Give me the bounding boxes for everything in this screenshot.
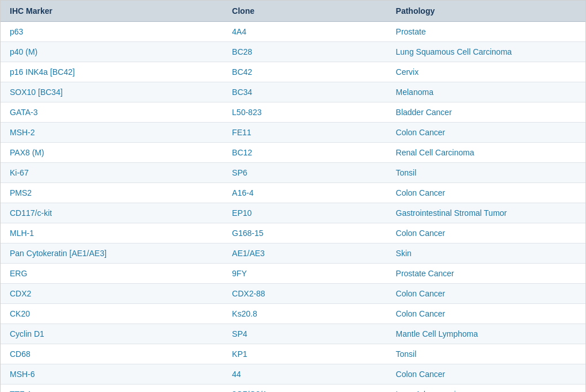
cell-clone: EP10 [223, 203, 386, 223]
cell-pathology: Lung Adenocarcinoma [387, 385, 585, 393]
cell-marker: PAX8 (M) [1, 143, 223, 163]
table-row: ERG9FYProstate Cancer [1, 264, 585, 284]
table-row: Cyclin D1SP4Mantle Cell Lymphoma [1, 324, 585, 344]
table-row: PAX8 (M)BC12Renal Cell Carcinoma [1, 143, 585, 163]
cell-marker: PMS2 [1, 183, 223, 203]
cell-clone: 9FY [223, 264, 386, 284]
header-marker: IHC Marker [1, 1, 223, 22]
header-clone: Clone [223, 1, 386, 22]
cell-pathology: Lung Squamous Cell Carcinoma [387, 42, 585, 62]
table-row: SOX10 [BC34]BC34Melanoma [1, 82, 585, 102]
cell-pathology: Colon Cancer [387, 304, 585, 324]
cell-clone: L50-823 [223, 102, 386, 123]
cell-clone: Ks20.8 [223, 304, 386, 324]
cell-marker: MSH-2 [1, 123, 223, 143]
cell-pathology: Bladder Cancer [387, 102, 585, 123]
cell-pathology: Gastrointestinal Stromal Tumor [387, 203, 585, 223]
table-row: GATA-3L50-823Bladder Cancer [1, 102, 585, 123]
cell-pathology: Mantle Cell Lymphoma [387, 324, 585, 344]
cell-pathology: Skin [387, 243, 585, 264]
cell-pathology: Prostate Cancer [387, 264, 585, 284]
cell-marker: p40 (M) [1, 42, 223, 62]
cell-clone: BC12 [223, 143, 386, 163]
cell-pathology: Tonsil [387, 344, 585, 364]
cell-clone: AE1/AE3 [223, 243, 386, 264]
header-pathology: Pathology [387, 1, 585, 22]
table-row: PMS2A16-4Colon Cancer [1, 183, 585, 203]
cell-pathology: Tonsil [387, 163, 585, 183]
table-row: MLH-1G168-15Colon Cancer [1, 223, 585, 243]
table-row: CK20Ks20.8Colon Cancer [1, 304, 585, 324]
table-row: Pan Cytokeratin [AE1/AE3]AE1/AE3Skin [1, 243, 585, 264]
cell-marker: CD117/c-kit [1, 203, 223, 223]
cell-marker: Ki-67 [1, 163, 223, 183]
table-row: p634A4Prostate [1, 22, 585, 42]
table-row: MSH-644Colon Cancer [1, 364, 585, 385]
cell-marker: CDX2 [1, 284, 223, 304]
cell-marker: p16 INK4a [BC42] [1, 62, 223, 82]
table-row: CDX2CDX2-88Colon Cancer [1, 284, 585, 304]
cell-clone: BC34 [223, 82, 386, 102]
cell-pathology: Colon Cancer [387, 364, 585, 385]
table-row: p40 (M)BC28Lung Squamous Cell Carcinoma [1, 42, 585, 62]
cell-pathology: Colon Cancer [387, 123, 585, 143]
cell-clone: CDX2-88 [223, 284, 386, 304]
cell-clone: BC28 [223, 42, 386, 62]
cell-marker: Cyclin D1 [1, 324, 223, 344]
cell-clone: FE11 [223, 123, 386, 143]
cell-marker: GATA-3 [1, 102, 223, 123]
cell-clone: SP4 [223, 324, 386, 344]
table-header-row: IHC Marker Clone Pathology [1, 1, 585, 22]
table-row: Ki-67SP6Tonsil [1, 163, 585, 183]
table-row: CD117/c-kitEP10Gastrointestinal Stromal … [1, 203, 585, 223]
cell-pathology: Melanoma [387, 82, 585, 102]
cell-pathology: Colon Cancer [387, 183, 585, 203]
cell-marker: MSH-6 [1, 364, 223, 385]
cell-marker: Pan Cytokeratin [AE1/AE3] [1, 243, 223, 264]
cell-clone: 8G7/G3/1 [223, 385, 386, 393]
cell-marker: ERG [1, 264, 223, 284]
cell-marker: CD68 [1, 344, 223, 364]
cell-pathology: Colon Cancer [387, 284, 585, 304]
table-row: p16 INK4a [BC42]BC42Cervix [1, 62, 585, 82]
cell-clone: G168-15 [223, 223, 386, 243]
cell-clone: 4A4 [223, 22, 386, 42]
table-row: CD68KP1Tonsil [1, 344, 585, 364]
table-row: TTF-18G7/G3/1Lung Adenocarcinoma [1, 385, 585, 393]
cell-clone: A16-4 [223, 183, 386, 203]
cell-marker: MLH-1 [1, 223, 223, 243]
cell-pathology: Cervix [387, 62, 585, 82]
cell-pathology: Prostate [387, 22, 585, 42]
ihc-marker-table: IHC Marker Clone Pathology p634A4Prostat… [0, 0, 586, 392]
table-row: MSH-2FE11Colon Cancer [1, 123, 585, 143]
cell-clone: BC42 [223, 62, 386, 82]
cell-clone: KP1 [223, 344, 386, 364]
cell-pathology: Renal Cell Carcinoma [387, 143, 585, 163]
cell-pathology: Colon Cancer [387, 223, 585, 243]
cell-marker: CK20 [1, 304, 223, 324]
cell-clone: 44 [223, 364, 386, 385]
cell-marker: p63 [1, 22, 223, 42]
cell-marker: SOX10 [BC34] [1, 82, 223, 102]
cell-clone: SP6 [223, 163, 386, 183]
cell-marker: TTF-1 [1, 385, 223, 393]
